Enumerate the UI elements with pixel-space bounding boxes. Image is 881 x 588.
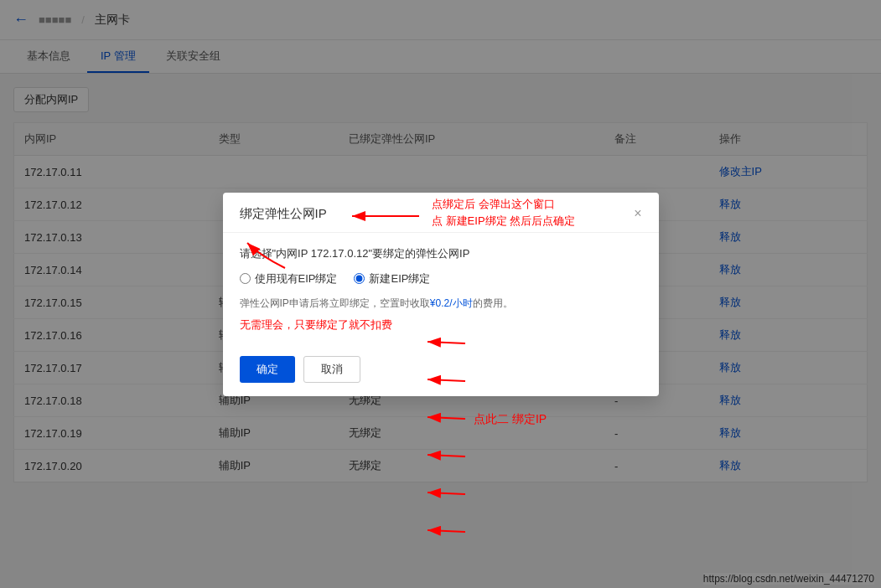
cancel-button[interactable]: 取消	[303, 356, 360, 383]
radio-existing-input[interactable]	[240, 273, 251, 284]
modal-title: 绑定弹性公网IP	[240, 206, 327, 222]
radio-existing-label: 使用现有EIP绑定	[255, 271, 338, 286]
radio-existing-eip[interactable]: 使用现有EIP绑定	[240, 271, 338, 286]
modal-desc: 请选择"内网IP 172.17.0.12"要绑定的弹性公网IP	[240, 246, 642, 261]
modal-footer: 确定 取消	[223, 346, 659, 396]
radio-group: 使用现有EIP绑定 新建EIP绑定	[240, 271, 642, 286]
radio-new-eip[interactable]: 新建EIP绑定	[354, 271, 430, 286]
modal-note: 弹性公网IP申请后将立即绑定，空置时收取¥0.2/小时的费用。	[240, 297, 642, 311]
confirm-button[interactable]: 确定	[240, 356, 295, 383]
modal-close-icon[interactable]: ×	[634, 207, 641, 220]
modal: 绑定弹性公网IP × 请选择"内网IP 172.17.0.12"要绑定的弹性公网…	[223, 193, 659, 396]
modal-body: 请选择"内网IP 172.17.0.12"要绑定的弹性公网IP 使用现有EIP绑…	[223, 233, 659, 346]
radio-new-label: 新建EIP绑定	[369, 271, 430, 286]
no-charge-annotation: 无需理会，只要绑定了就不扣费	[240, 317, 642, 333]
radio-new-input[interactable]	[354, 273, 365, 284]
modal-overlay: 绑定弹性公网IP × 请选择"内网IP 172.17.0.12"要绑定的弹性公网…	[0, 0, 881, 588]
modal-header: 绑定弹性公网IP ×	[223, 193, 659, 233]
